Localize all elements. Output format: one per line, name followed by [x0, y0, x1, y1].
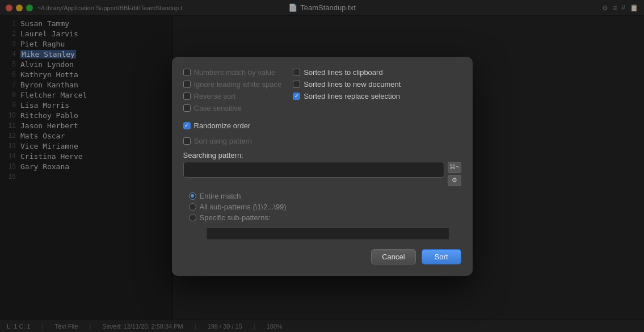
sort-button[interactable]: Sort — [422, 249, 461, 264]
sort-pattern-label: Sort using pattern — [194, 137, 252, 145]
insert-pattern-button[interactable]: ⌘~ — [448, 162, 461, 173]
settings-pattern-button[interactable]: ⚙ — [448, 175, 461, 186]
label-case_sensitive: Case sensitive — [194, 104, 242, 112]
sort-pattern-checkbox[interactable] — [183, 137, 191, 145]
radio-group: Entire match All sub-patterns (\1\2...\9… — [183, 192, 461, 222]
searching-pattern-label: Searching pattern: — [183, 151, 243, 159]
right-btn-col: ⌘~ ⚙ — [448, 162, 461, 186]
radio-label-all_sub_patterns: All sub-patterns (\1\2...\99) — [200, 203, 287, 211]
label-sorted_new_doc: Sorted lines to new document — [304, 80, 401, 89]
radio-entire_match[interactable] — [189, 192, 196, 200]
randomize-row: Randomize order — [183, 121, 461, 130]
checkbox-case_sensitive[interactable] — [183, 104, 191, 112]
checkbox-reverse_sort[interactable] — [183, 93, 191, 100]
label-ignore_whitespace: Ignore leading white space — [194, 80, 282, 89]
sort-pattern-row: Sort using pattern — [183, 137, 461, 145]
randomize-checkbox[interactable] — [183, 122, 191, 129]
label-reverse_sort: Reverse sort — [194, 92, 236, 100]
cancel-button[interactable]: Cancel — [371, 249, 415, 264]
radio-all_sub_patterns[interactable] — [189, 203, 196, 211]
options-right: Sorted lines to clipboard Sorted lines t… — [293, 68, 401, 112]
option-item-sorted_replace: Sorted lines replace selection — [293, 92, 401, 100]
checkbox-ignore_whitespace[interactable] — [183, 81, 191, 88]
option-item-numbers_match: Numbers match by value — [183, 68, 282, 77]
checkbox-numbers_match[interactable] — [183, 69, 191, 76]
pattern-input[interactable] — [187, 165, 440, 174]
radio-specific_sub[interactable] — [189, 214, 196, 221]
main-area: 1 Susan Tammy 2 Laurel Jarvis 3 Piet Rag… — [0, 16, 644, 320]
checkbox-sorted_new_doc[interactable] — [293, 81, 300, 88]
options-left: Numbers match by value Ignore leading wh… — [183, 68, 282, 112]
checkbox-sorted_clipboard[interactable] — [293, 69, 300, 76]
pattern-input-area[interactable] — [183, 162, 444, 178]
options-area: Numbers match by value Ignore leading wh… — [183, 68, 461, 112]
radio-item-entire_match: Entire match — [189, 192, 461, 200]
pattern-input-row: ⌘~ ⚙ — [183, 162, 461, 186]
checkbox-sorted_replace[interactable] — [293, 93, 300, 100]
radio-item-specific_sub: Specific sub-patterns: — [189, 213, 461, 222]
option-item-ignore_whitespace: Ignore leading white space — [183, 80, 282, 89]
randomize-label: Randomize order — [194, 121, 251, 130]
label-sorted_replace: Sorted lines replace selection — [304, 92, 400, 100]
dialog-buttons: Cancel Sort — [183, 249, 461, 264]
option-item-case_sensitive: Case sensitive — [183, 104, 282, 112]
input-with-btn — [183, 162, 444, 180]
label-sorted_clipboard: Sorted lines to clipboard — [304, 68, 382, 77]
option-item-sorted_new_doc: Sorted lines to new document — [293, 80, 401, 89]
dialog-overlay: Numbers match by value Ignore leading wh… — [0, 0, 644, 332]
option-item-reverse_sort: Reverse sort — [183, 92, 282, 100]
sub-patterns-input[interactable] — [206, 228, 450, 240]
option-item-sorted_clipboard: Sorted lines to clipboard — [293, 68, 401, 77]
pattern-label-row: Searching pattern: — [183, 151, 461, 159]
sort-dialog: Numbers match by value Ignore leading wh… — [172, 57, 473, 276]
radio-item-all_sub_patterns: All sub-patterns (\1\2...\99) — [189, 203, 461, 211]
label-numbers_match: Numbers match by value — [194, 68, 276, 77]
radio-label-entire_match: Entire match — [200, 192, 241, 200]
radio-label-specific_sub: Specific sub-patterns: — [200, 213, 271, 222]
